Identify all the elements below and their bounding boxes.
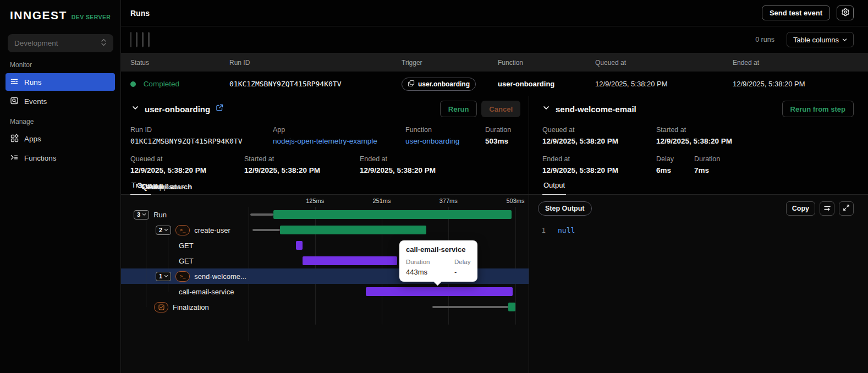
started-at-value: 12/9/2025, 5:38:20 PM [244, 166, 360, 174]
trace-bar-step[interactable] [303, 256, 397, 265]
nav-section-monitor-label: Monitor [10, 61, 120, 69]
step-queued-at-label: Queued at [542, 126, 656, 134]
column-header-queued-at: Queued at [595, 59, 733, 67]
cancel-button[interactable]: Cancel [481, 101, 520, 117]
trace-bar-ok[interactable] [273, 210, 512, 219]
trace-bar-queue[interactable] [432, 306, 508, 308]
chevron-down-icon[interactable] [131, 104, 139, 114]
trigger-pill[interactable]: user.onboarding [402, 78, 476, 91]
axis-tick: 377ms [440, 198, 458, 204]
sidebar-item-label: Functions [24, 154, 57, 162]
tooltip-duration-value: 443ms [406, 268, 454, 276]
step-started-at-value: 12/9/2025, 5:38:20 PM [656, 137, 732, 145]
word-wrap-icon [823, 204, 831, 213]
run-trigger-cell: user.onboarding [402, 78, 498, 91]
tab-output[interactable]: Output [542, 181, 566, 195]
copy-button[interactable]: Copy [786, 201, 815, 216]
span-tooltip: call-email-service Duration 443ms Delay … [399, 240, 477, 282]
chevron-down-icon [842, 36, 847, 44]
step-ended-at-label: Ended at [542, 155, 656, 163]
axis-tick: 251ms [372, 198, 391, 204]
line-number: 1 [538, 226, 546, 235]
apps-icon [10, 134, 19, 144]
column-header-trigger: Trigger [402, 59, 498, 67]
ended-at-value: 12/9/2025, 5:38:20 PM [360, 166, 436, 174]
trace-bar-step[interactable] [296, 241, 303, 250]
terminal-step-icon: >_ [175, 271, 190, 282]
rerun-button[interactable]: Rerun [440, 101, 477, 117]
time-filter: Queued at Last 3d [136, 32, 138, 47]
run-detail-pane: user-onboarding Rerun Cancel Run ID 01KC… [121, 96, 529, 373]
step-queued-at-value: 12/9/2025, 5:38:20 PM [542, 137, 656, 145]
step-detail-pane: send-welcome-email Rerun from step Queue… [529, 96, 868, 373]
filter-bar: Show search Queued at Last 3d Status All [121, 26, 868, 53]
tooltip-delay-value: - [454, 268, 470, 276]
axis-tick: 503ms [506, 198, 524, 204]
trace-axis: 125ms251ms377ms503ms [249, 197, 515, 207]
sidebar-item-events[interactable]: Events [6, 92, 115, 110]
runs-icon [10, 77, 19, 87]
run-id-cell: 01KC1ZMSBNY9ZQT415RP94K0TV [229, 80, 402, 88]
functions-icon [10, 153, 19, 163]
collapse-count-badge[interactable]: 3 [134, 210, 149, 220]
trace-bar-ok[interactable] [280, 226, 426, 234]
expand-button[interactable] [839, 201, 854, 216]
collapse-count-badge[interactable]: 1 [156, 272, 171, 281]
trace-row-label: Run [153, 211, 167, 219]
trace-bar-ok[interactable] [508, 303, 515, 311]
trace-row[interactable]: Finalization [121, 299, 529, 315]
terminal-step-icon: >_ [175, 225, 190, 235]
chevrons-updown-icon [101, 39, 107, 48]
topbar: Runs Send test event [121, 0, 868, 26]
trace-bar-queue[interactable] [250, 213, 273, 216]
run-id-label: Run ID [130, 126, 273, 134]
table-columns-button[interactable]: Table columns [787, 32, 854, 47]
trace-row-label: send-welcome... [194, 272, 246, 281]
sidebar-item-functions[interactable]: Functions [6, 149, 115, 167]
inngest-dev-server: INNGEST DEV SERVER Development Monitor R… [0, 0, 868, 373]
rerun-from-step-button[interactable]: Rerun from step [782, 101, 854, 117]
step-duration-label: Duration [694, 155, 720, 163]
trace-bar-step[interactable] [366, 287, 513, 296]
queued-at-label: Queued at [130, 155, 244, 163]
run-id-value: 01KC1ZMSBNY9ZQT415RP94K0TV [130, 137, 273, 145]
trace-row-label: create-user [194, 226, 230, 234]
event-trigger-icon [408, 80, 415, 89]
trace-row-label: GET [179, 257, 194, 265]
trace-row-label: GET [179, 242, 194, 250]
settings-gear-button[interactable] [837, 6, 854, 20]
sidebar: INNGEST DEV SERVER Development Monitor R… [0, 0, 121, 373]
column-header-ended-at: Ended at [733, 59, 868, 67]
sidebar-item-label: Events [24, 97, 47, 106]
finalization-check-icon [154, 302, 168, 312]
run-table-row[interactable]: Completed 01KC1ZMSBNY9ZQT415RP94K0TV use… [121, 72, 868, 96]
runs-table-header: Status Run ID Trigger Function Queued at… [121, 53, 868, 72]
word-wrap-button[interactable] [820, 201, 834, 216]
output-tabbar: Output [529, 180, 868, 195]
function-link[interactable]: user-onboarding [405, 137, 485, 145]
sidebar-item-apps[interactable]: Apps [6, 130, 115, 147]
tab-trace[interactable]: Trace [130, 181, 151, 195]
sidebar-item-label: Runs [24, 78, 42, 86]
sidebar-item-runs[interactable]: Runs [6, 73, 115, 91]
send-test-event-button[interactable]: Send test event [762, 6, 830, 20]
step-output-badge: Step Output [538, 201, 592, 216]
show-search-button[interactable]: Show search [130, 32, 131, 47]
trace-row[interactable]: 3Run [121, 207, 529, 222]
output-value: null [558, 226, 575, 235]
run-ended-at-cell: 12/9/2025, 5:38:20 PM [733, 80, 868, 88]
collapse-count-badge[interactable]: 2 [156, 226, 171, 235]
output-code[interactable]: 1 null [529, 216, 868, 235]
step-detail-title: send-welcome-email [556, 105, 636, 114]
app-link[interactable]: nodejs-open-telemetry-example [273, 137, 405, 145]
events-icon [10, 96, 19, 107]
tree-guide-line [168, 237, 168, 292]
step-started-at-label: Started at [656, 126, 732, 134]
trace-waterfall: 125ms251ms377ms503ms 3Run2>_create-userG… [121, 195, 529, 373]
trace-row[interactable]: call-email-service [121, 284, 529, 299]
external-link-icon[interactable] [216, 104, 223, 114]
trace-bar-queue[interactable] [252, 229, 280, 231]
environment-select[interactable]: Development [8, 34, 113, 52]
trace-row[interactable]: 2>_create-user [121, 222, 529, 238]
chevron-down-icon[interactable] [542, 104, 550, 114]
